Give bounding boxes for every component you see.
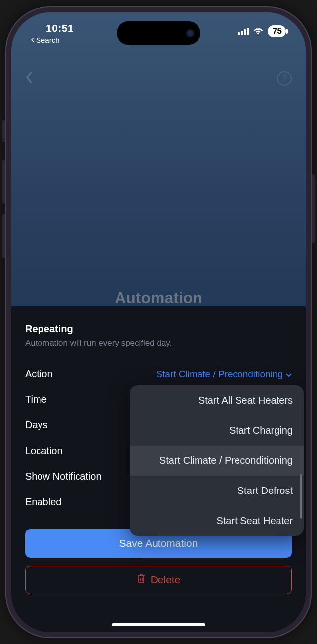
dropdown-option[interactable]: Start All Seat Heaters bbox=[130, 385, 304, 416]
question-mark-icon: ? bbox=[282, 73, 287, 83]
battery-level: 75 bbox=[273, 26, 282, 36]
row-label: Days bbox=[25, 419, 48, 431]
row-label: Show Notification bbox=[25, 471, 102, 482]
action-value-text: Start Climate / Preconditioning bbox=[156, 369, 283, 379]
nav-bar: ? bbox=[11, 71, 306, 86]
wifi-icon bbox=[253, 26, 264, 37]
phone-frame: 10:51 Search 75 bbox=[5, 6, 312, 638]
chevron-left-icon bbox=[31, 37, 35, 43]
dropdown-option[interactable]: Start Defrost bbox=[130, 476, 304, 506]
breadcrumb-back[interactable]: Search bbox=[31, 36, 74, 44]
dropdown-option-selected[interactable]: Start Climate / Preconditioning bbox=[130, 446, 304, 476]
dropdown-option[interactable]: Start Seat Heater bbox=[130, 506, 304, 536]
trash-icon bbox=[137, 573, 146, 586]
screen: 10:51 Search 75 bbox=[11, 12, 306, 632]
physical-volume-up bbox=[2, 159, 5, 204]
help-button[interactable]: ? bbox=[277, 71, 292, 86]
physical-power-button bbox=[312, 174, 315, 243]
page-title: Automation bbox=[11, 289, 306, 307]
section-title: Repeating bbox=[25, 323, 292, 335]
section-subtitle: Automation will run every specified day. bbox=[25, 339, 292, 348]
battery-indicator: 75 bbox=[268, 25, 286, 37]
cellular-signal-icon bbox=[238, 27, 249, 35]
chevron-left-icon bbox=[25, 71, 33, 84]
row-label: Location bbox=[25, 445, 63, 456]
nav-back-button[interactable] bbox=[25, 71, 33, 86]
row-label: Enabled bbox=[25, 496, 61, 508]
home-indicator[interactable] bbox=[112, 623, 205, 626]
dropdown-option[interactable]: Start Charging bbox=[130, 416, 304, 446]
row-label: Action bbox=[25, 368, 53, 379]
status-time: 10:51 bbox=[46, 22, 74, 34]
chevron-down-icon bbox=[286, 369, 292, 379]
dynamic-island bbox=[117, 21, 200, 45]
automation-sheet: Repeating Automation will run every spec… bbox=[11, 306, 306, 632]
row-label: Time bbox=[25, 394, 47, 405]
physical-silent-switch bbox=[2, 120, 5, 142]
scrollbar[interactable] bbox=[300, 474, 302, 519]
delete-button-label: Delete bbox=[151, 574, 181, 586]
row-action-value[interactable]: Start Climate / Preconditioning bbox=[156, 369, 292, 379]
physical-volume-down bbox=[2, 214, 5, 258]
action-dropdown-menu: Start All Seat Heaters Start Charging St… bbox=[130, 385, 304, 536]
delete-button[interactable]: Delete bbox=[25, 566, 292, 594]
row-action[interactable]: Action Start Climate / Preconditioning bbox=[25, 361, 292, 387]
breadcrumb-back-label: Search bbox=[36, 36, 60, 44]
